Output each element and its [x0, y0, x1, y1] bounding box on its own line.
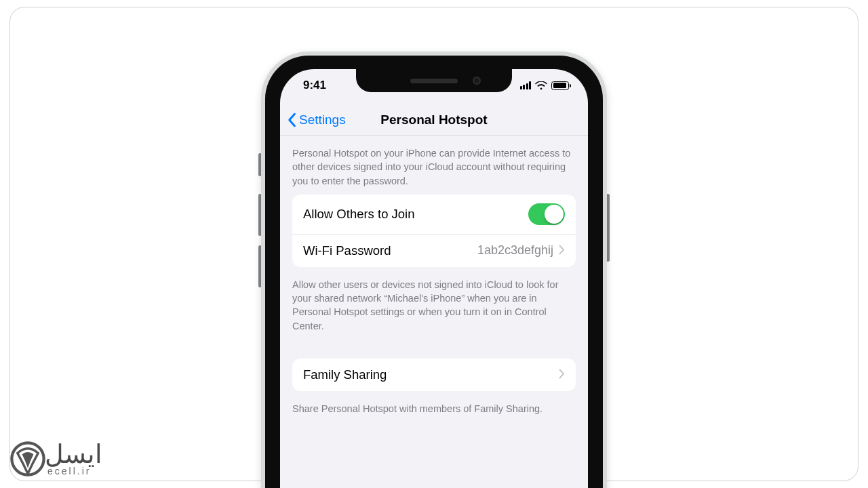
- back-label: Settings: [299, 113, 346, 127]
- chevron-left-icon: [287, 113, 296, 127]
- notch: [356, 69, 512, 92]
- status-icons: [520, 81, 570, 90]
- allow-others-toggle[interactable]: [528, 203, 565, 225]
- allow-others-label: Allow Others to Join: [303, 207, 415, 222]
- allow-others-cell[interactable]: Allow Others to Join: [292, 195, 576, 234]
- battery-icon: [551, 81, 569, 90]
- iphone-device: 9:41 Settings: [261, 52, 607, 488]
- phone-screen: 9:41 Settings: [280, 69, 588, 488]
- chevron-right-icon: [559, 367, 565, 382]
- wifi-password-label: Wi-Fi Password: [303, 243, 391, 258]
- allow-others-desc: Allow other users or devices not signed …: [280, 274, 588, 340]
- status-time: 9:41: [303, 79, 326, 92]
- family-sharing-desc: Share Personal Hotspot with members of F…: [280, 398, 588, 422]
- settings-content[interactable]: Personal Hotspot on your iPhone can prov…: [280, 136, 588, 488]
- family-group: Family Sharing: [292, 359, 576, 391]
- navbar: Settings Personal Hotspot: [280, 104, 588, 136]
- hotspot-group: Allow Others to Join Wi-Fi Password 1ab2…: [292, 195, 576, 267]
- back-button[interactable]: Settings: [287, 113, 346, 127]
- wifi-icon: [535, 81, 547, 90]
- page-title: Personal Hotspot: [380, 113, 487, 127]
- family-sharing-label: Family Sharing: [303, 367, 387, 382]
- intro-text: Personal Hotspot on your iPhone can prov…: [280, 142, 588, 195]
- family-sharing-cell[interactable]: Family Sharing: [292, 359, 576, 391]
- wifi-password-cell[interactable]: Wi-Fi Password 1ab2c3defghij: [292, 234, 576, 267]
- wifi-password-value: 1ab2c3defghij: [477, 243, 553, 258]
- chevron-right-icon: [559, 243, 565, 258]
- cellular-icon: [520, 81, 532, 89]
